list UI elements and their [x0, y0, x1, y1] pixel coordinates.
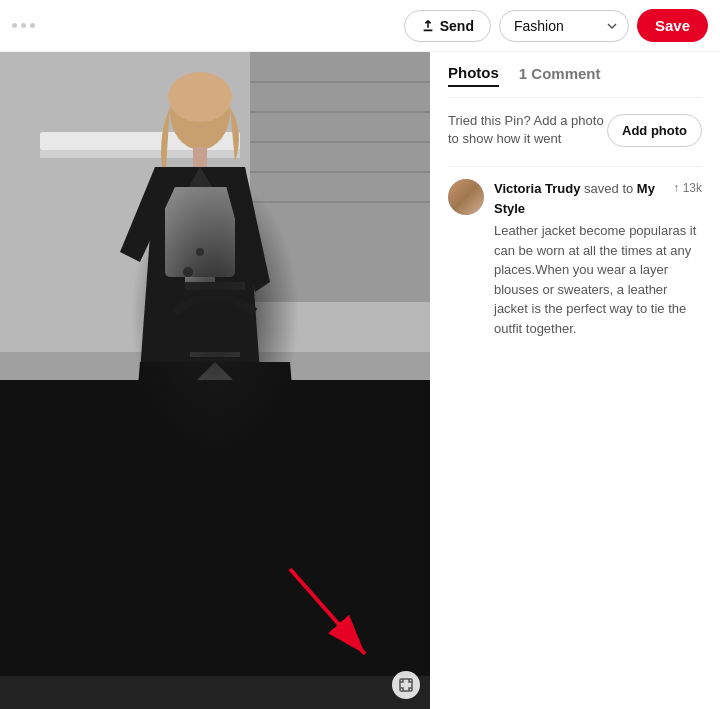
divider [448, 166, 702, 167]
tab-photos[interactable]: Photos [448, 64, 499, 87]
try-pin-text: Tried this Pin? Add a photo to show how … [448, 112, 607, 148]
commenter-name[interactable]: Victoria Trudy [494, 181, 580, 196]
svg-marker-18 [195, 362, 235, 402]
dot-1 [12, 23, 17, 28]
save-button[interactable]: Save [637, 9, 708, 42]
svg-point-26 [232, 601, 308, 619]
svg-rect-35 [400, 679, 412, 691]
svg-point-22 [137, 595, 203, 625]
svg-point-23 [135, 616, 205, 632]
tabs-row: Photos 1 Comment [448, 64, 702, 98]
svg-line-32 [350, 642, 360, 709]
svg-rect-1 [0, 52, 430, 352]
add-photo-button[interactable]: Add photo [607, 114, 702, 147]
top-bar-actions: Send Fashion Beauty Food Travel Art Home… [404, 9, 708, 42]
pin-image: GIVENCHY [0, 52, 430, 709]
svg-rect-15 [185, 282, 245, 290]
svg-line-31 [220, 642, 230, 709]
dot-3 [30, 23, 35, 28]
category-select[interactable]: Fashion Beauty Food Travel Art Home Deco… [499, 10, 629, 42]
upload-icon [421, 19, 435, 33]
svg-rect-13 [185, 202, 215, 282]
svg-line-34 [290, 569, 365, 654]
right-panel: Photos 1 Comment Tried this Pin? Add a p… [430, 52, 720, 709]
svg-point-16 [183, 267, 193, 277]
svg-point-10 [170, 74, 230, 150]
expand-button[interactable] [392, 671, 420, 699]
svg-rect-14 [165, 187, 235, 277]
comment-body: ↑ 13k Victoria Trudy saved to My Style L… [494, 179, 702, 338]
svg-rect-0 [0, 52, 430, 709]
main-content: GIVENCHY [0, 52, 720, 709]
image-panel: GIVENCHY [0, 52, 430, 709]
tab-comments[interactable]: 1 Comment [519, 65, 601, 86]
comment-item: ↑ 13k Victoria Trudy saved to My Style L… [448, 179, 702, 338]
try-pin-row: Tried this Pin? Add a photo to show how … [448, 112, 702, 148]
svg-rect-12 [193, 147, 207, 167]
svg-point-24 [232, 577, 308, 617]
svg-point-17 [196, 248, 204, 256]
svg-text:GIVENCHY: GIVENCHY [180, 424, 227, 434]
photo-svg: GIVENCHY [0, 52, 430, 709]
svg-rect-19 [190, 352, 240, 357]
follower-count: ↑ 13k [673, 179, 702, 197]
top-bar: Send Fashion Beauty Food Travel Art Home… [0, 0, 720, 52]
comment-header: ↑ 13k Victoria Trudy saved to My Style [494, 179, 702, 218]
svg-rect-8 [40, 132, 240, 150]
dot-2 [21, 23, 26, 28]
expand-icon [398, 677, 414, 693]
saved-to-text: saved to [584, 181, 637, 196]
svg-rect-2 [250, 52, 430, 302]
svg-rect-27 [0, 642, 430, 709]
send-button[interactable]: Send [404, 10, 491, 42]
svg-point-21 [135, 594, 205, 630]
svg-rect-9 [40, 150, 240, 158]
svg-line-30 [100, 642, 110, 709]
avatar-image [448, 179, 484, 215]
window-dots [12, 23, 35, 28]
send-label: Send [440, 18, 474, 34]
comment-text: Leather jacket become popularas it can b… [494, 221, 702, 338]
avatar [448, 179, 484, 215]
red-arrow [270, 549, 410, 679]
svg-point-11 [168, 72, 232, 122]
svg-point-25 [234, 578, 306, 612]
